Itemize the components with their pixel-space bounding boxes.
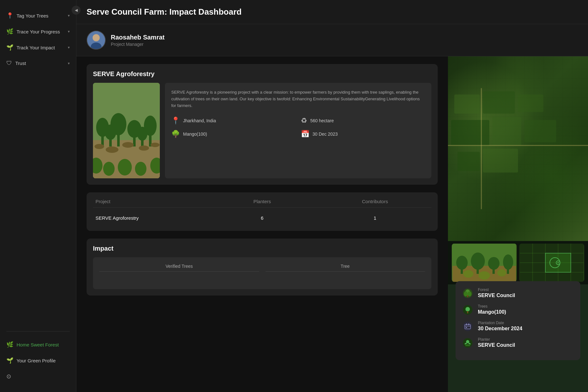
- info-planter-row: Planter SERVE Council: [462, 337, 574, 349]
- avatar: [87, 31, 106, 50]
- sidebar-item-tag-trees[interactable]: 📍 Tag Your Trees ▾: [0, 8, 76, 24]
- impact-col-verified-trees: Verified Trees: [99, 264, 259, 272]
- stats-contributors: 1: [319, 215, 431, 221]
- plantation-date-icon: [463, 321, 473, 331]
- svg-rect-30: [518, 95, 543, 112]
- sidebar-item-label: Trust: [15, 61, 65, 66]
- avatar-initials: [87, 31, 105, 49]
- svg-point-18: [95, 144, 104, 149]
- thumb-right-image: [519, 244, 584, 282]
- stats-header: Project Planters Contributors: [93, 199, 431, 208]
- trees-info: Trees Mango(100): [478, 304, 506, 315]
- project-title: SERVE Agroforestry: [93, 70, 431, 78]
- svg-point-61: [557, 262, 559, 263]
- project-details: SERVE Agroforestry is a pioneering proje…: [165, 83, 431, 178]
- project-card: SERVE Agroforestry: [87, 64, 438, 185]
- meta-trees: 🌳 Mango(100): [171, 130, 296, 138]
- calendar-icon: 📅: [301, 130, 309, 138]
- svg-point-70: [463, 322, 472, 331]
- svg-rect-66: [467, 295, 468, 297]
- impact-col-tree: Tree: [266, 264, 425, 272]
- svg-point-19: [106, 146, 118, 153]
- info-plantation-row: Plantation Date 30 December 2024: [462, 321, 574, 332]
- trees-leaf-icon: [463, 305, 473, 315]
- sidebar-item-trust[interactable]: 🛡 Trust ▾: [0, 55, 76, 71]
- chevron-down-icon: ▾: [68, 29, 70, 34]
- svg-point-3: [93, 35, 99, 41]
- chevron-down-icon: ▾: [68, 13, 70, 18]
- left-panel: SERVE Agroforestry: [76, 56, 448, 392]
- meta-area: ♻ 560 hectare: [301, 117, 425, 125]
- trees-label: Trees: [478, 304, 506, 309]
- sidebar-divider: [6, 331, 70, 331]
- impact-columns: Verified Trees Tree: [99, 264, 425, 272]
- svg-rect-59: [545, 253, 571, 272]
- chevron-down-icon: ▾: [68, 61, 70, 66]
- svg-rect-31: [451, 120, 489, 146]
- map-thumb-left[interactable]: [452, 244, 517, 282]
- track-impact-icon: 🌱: [6, 44, 13, 51]
- sidebar-item-green-profile[interactable]: 🌱 Your Green Profile: [0, 353, 76, 368]
- sidebar-item-label: Home Sweet Forest: [17, 342, 70, 347]
- svg-rect-43: [477, 265, 479, 274]
- col-contributors-header: Contributors: [319, 199, 431, 204]
- svg-rect-15: [109, 136, 112, 146]
- map-thumb-right[interactable]: [519, 244, 584, 282]
- sidebar-item-home-sweet-forest[interactable]: 🌿 Home Sweet Forest: [0, 337, 76, 353]
- sidebar-item-label: Your Green Profile: [17, 358, 70, 363]
- impact-title: Impact: [93, 245, 431, 252]
- svg-rect-74: [468, 324, 469, 325]
- meta-location: 📍 Jharkhand, India: [171, 117, 296, 125]
- project-card-body: SERVE Agroforestry is a pioneering proje…: [93, 83, 431, 178]
- trace-progress-icon: 🌿: [6, 28, 13, 35]
- sidebar-nav: 📍 Tag Your Trees ▾ 🌿 Trace Your Progress…: [0, 5, 76, 329]
- page-title: Serve Council Farm: Impact Dashboard: [87, 7, 578, 17]
- stats-row: SERVE Agroforestry 6 1: [93, 211, 431, 225]
- stats-project-name: SERVE Agroforestry: [93, 215, 206, 221]
- svg-point-25: [118, 159, 132, 175]
- svg-rect-29: [483, 91, 515, 114]
- map-background: [448, 56, 588, 241]
- sidebar-toggle[interactable]: ◀: [72, 6, 81, 15]
- green-profile-icon: 🌱: [6, 357, 13, 364]
- svg-rect-35: [483, 149, 518, 173]
- sidebar-item-trace-progress[interactable]: 🌿 Trace Your Progress ▾: [0, 24, 76, 39]
- user-role: Project Manager: [111, 42, 165, 47]
- project-description: SERVE Agroforestry is a pioneering proje…: [171, 89, 425, 109]
- svg-point-48: [463, 270, 473, 278]
- svg-rect-47: [507, 266, 509, 274]
- sidebar-item-bottom[interactable]: ⊙: [0, 368, 76, 384]
- svg-point-50: [497, 269, 506, 276]
- trees-value: Mango(100): [478, 309, 506, 315]
- col-project-header: Project: [93, 199, 206, 204]
- info-card: Forest SERVE Council: [456, 281, 580, 360]
- avatar-image: [87, 31, 105, 50]
- trust-icon: 🛡: [6, 60, 12, 67]
- location-icon: 📍: [171, 117, 180, 125]
- svg-rect-69: [467, 311, 468, 313]
- stats-planters: 6: [206, 215, 318, 221]
- map-bottom-section: Forest SERVE Council: [448, 281, 588, 364]
- aerial-map: [448, 56, 588, 241]
- svg-rect-34: [457, 152, 480, 171]
- svg-point-49: [478, 271, 490, 280]
- trees-icon-wrap: [462, 304, 473, 316]
- svg-point-60: [556, 261, 560, 265]
- planter-value: SERVE Council: [478, 342, 515, 348]
- planter-icon-wrap: [462, 337, 473, 349]
- forest-icon: [463, 288, 473, 298]
- svg-point-21: [139, 146, 149, 151]
- main-content: Serve Council Farm: Impact Dashboard Rao…: [76, 0, 588, 392]
- map-svg: [448, 56, 588, 241]
- forest-icon-wrap: [462, 288, 473, 299]
- thumb-left-image: [452, 244, 517, 282]
- project-meta: 📍 Jharkhand, India ♻ 560 hectare 🌳 Mango…: [171, 117, 425, 138]
- plantation-date-info: Plantation Date 30 December 2024: [478, 321, 522, 331]
- tag-trees-icon: 📍: [6, 12, 13, 19]
- svg-rect-17: [141, 137, 144, 146]
- info-forest-row: Forest SERVE Council: [462, 288, 574, 299]
- forest-label: Forest: [478, 288, 515, 292]
- date-value: 30 Dec 2023: [313, 132, 338, 137]
- svg-point-22: [151, 143, 159, 147]
- sidebar-item-track-impact[interactable]: 🌱 Track Your Impact ▾: [0, 39, 76, 55]
